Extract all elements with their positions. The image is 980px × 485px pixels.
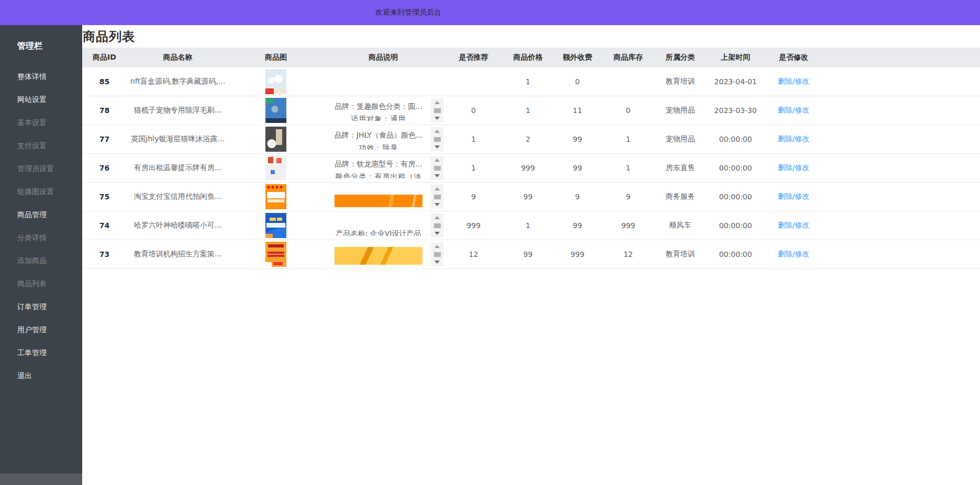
sidebar-item-3[interactable]: 支付设置 xyxy=(0,134,82,157)
column-header: 商品库存 xyxy=(603,53,654,62)
description-scrollbar[interactable] xyxy=(431,127,443,151)
price-value: 999 xyxy=(504,164,552,172)
product-thumbnail[interactable] xyxy=(265,69,286,94)
recommend-value: 1 xyxy=(443,135,504,143)
listing-time: 2023-04-01 xyxy=(707,77,764,86)
sidebar-item-2[interactable]: 基本设置 xyxy=(0,111,82,134)
product-table: 商品ID商品名称商品图商品说明是否推荐商品价格额外收费商品库存所属分类上架时间是… xyxy=(82,48,980,269)
product-thumbnail[interactable] xyxy=(265,127,286,152)
stock-value: 9 xyxy=(603,193,654,201)
listing-time: 00:00:00 xyxy=(707,221,764,230)
category-value: 教育培训 xyxy=(654,77,707,86)
column-header: 商品名称 xyxy=(127,53,229,62)
product-thumbnail[interactable] xyxy=(265,213,286,238)
extra-fee-value: 11 xyxy=(552,106,603,115)
extra-fee-value: 99 xyxy=(552,164,603,172)
scroll-down-icon[interactable] xyxy=(435,174,440,177)
scroll-down-icon[interactable] xyxy=(435,117,440,120)
price-value: 99 xyxy=(504,193,552,201)
sidebar-item-1[interactable]: 网站设置 xyxy=(0,88,82,111)
listing-time: 00:00:00 xyxy=(707,164,764,172)
welcome-text: 欢迎来到管理员后台 xyxy=(375,8,441,17)
delete-modify-link[interactable]: 删除/修改 xyxy=(778,106,810,114)
table-row: 73 教育培训机构招生方案策... 12 99 999 12 教育培训 00:0… xyxy=(82,240,980,269)
product-id: 77 xyxy=(82,135,127,143)
column-header: 是否推荐 xyxy=(443,53,504,62)
delete-modify-link[interactable]: 删除/修改 xyxy=(778,221,810,229)
scroll-up-icon[interactable] xyxy=(435,187,440,190)
sidebar-item-11[interactable]: 用户管理 xyxy=(0,319,82,342)
product-thumbnail[interactable] xyxy=(265,184,286,209)
product-id: 74 xyxy=(82,221,127,230)
scroll-down-icon[interactable] xyxy=(435,232,440,235)
description-text xyxy=(326,71,443,92)
scroll-thumb[interactable] xyxy=(434,195,441,199)
stock-value: 1 xyxy=(603,135,654,143)
sidebar-item-10[interactable]: 订单管理 xyxy=(0,296,82,319)
description-scrollbar[interactable] xyxy=(431,98,443,122)
sidebar-item-7[interactable]: 分类详情 xyxy=(0,227,82,250)
column-header: 商品价格 xyxy=(504,53,552,62)
table-row: 74 哈罗六叶神哈喽嘀嗒小可... 产品名称: 企业VI设计产品 999 1 9… xyxy=(82,211,980,240)
scroll-up-icon[interactable] xyxy=(435,159,440,162)
description-scrollbar[interactable] xyxy=(431,156,443,180)
scroll-down-icon[interactable] xyxy=(435,145,440,149)
extra-fee-value: 0 xyxy=(552,77,603,86)
recommend-value: 12 xyxy=(443,250,504,258)
action-cell: 删除/修改 xyxy=(764,77,823,86)
product-description: 产品名称: 企业VI设计产品 xyxy=(323,213,443,238)
sidebar-item-6[interactable]: 商品管理 xyxy=(0,204,82,227)
scroll-thumb[interactable] xyxy=(434,108,441,113)
scroll-up-icon[interactable] xyxy=(435,101,440,104)
description-scrollbar[interactable] xyxy=(431,213,443,238)
delete-modify-link[interactable]: 删除/修改 xyxy=(778,77,810,85)
sidebar-item-8[interactable]: 添加商品 xyxy=(0,250,82,273)
scroll-up-icon[interactable] xyxy=(435,130,440,133)
description-scrollbar[interactable] xyxy=(431,185,443,209)
product-description: 品牌：笼趣颜色分类：圆...适用对象：通用 xyxy=(323,98,443,122)
sidebar-item-4[interactable]: 管理员设置 xyxy=(0,157,82,181)
scroll-down-icon[interactable] xyxy=(435,261,440,264)
scroll-thumb[interactable] xyxy=(434,252,441,257)
table-row: 78 猫梳子宠物专用除浮毛刷... 品牌：笼趣颜色分类：圆...适用对象：通用 … xyxy=(82,96,980,125)
sidebar-item-13[interactable]: 退出 xyxy=(0,365,82,388)
stock-value: 999 xyxy=(603,221,654,230)
product-name: 教育培训机构招生方案策... xyxy=(127,250,229,259)
price-value: 1 xyxy=(504,77,552,86)
product-description xyxy=(323,242,443,266)
product-thumbnail[interactable] xyxy=(265,98,286,123)
product-image-cell xyxy=(229,155,323,181)
product-name: 有房出租温馨提示牌有房... xyxy=(127,163,229,173)
sidebar-item-0[interactable]: 整体详情 xyxy=(0,65,82,88)
product-thumbnail[interactable] xyxy=(265,155,286,181)
table-row: 75 淘宝支付宝信用代拍闲鱼... 9 99 9 9 商务服务 00:00:00… xyxy=(82,183,980,211)
description-image xyxy=(335,247,422,265)
product-thumbnail[interactable] xyxy=(265,242,286,267)
action-cell: 删除/修改 xyxy=(764,106,823,115)
scroll-down-icon[interactable] xyxy=(435,203,440,206)
sidebar-item-5[interactable]: 轮播图设置 xyxy=(0,181,82,204)
sidebar-item-9[interactable]: 商品列表 xyxy=(0,273,82,296)
listing-time: 00:00:00 xyxy=(707,250,764,258)
delete-modify-link[interactable]: 删除/修改 xyxy=(778,250,810,258)
product-image-cell xyxy=(229,184,323,209)
delete-modify-link[interactable]: 删除/修改 xyxy=(778,192,810,200)
sidebar: 管理栏 整体详情网站设置基本设置支付设置管理员设置轮播图设置商品管理分类详情添加… xyxy=(0,25,82,473)
description-scrollbar[interactable] xyxy=(431,242,443,266)
product-description xyxy=(323,71,443,92)
category-value: 商务服务 xyxy=(654,192,707,201)
sidebar-title: 管理栏 xyxy=(0,25,82,52)
price-value: 99 xyxy=(504,250,552,258)
sidebar-item-12[interactable]: 工单管理 xyxy=(0,342,82,365)
scroll-thumb[interactable] xyxy=(434,137,441,142)
scroll-up-icon[interactable] xyxy=(435,216,440,219)
table-header-row: 商品ID商品名称商品图商品说明是否推荐商品价格额外收费商品库存所属分类上架时间是… xyxy=(82,48,980,67)
scroll-thumb[interactable] xyxy=(434,166,441,171)
scroll-thumb[interactable] xyxy=(434,223,441,228)
delete-modify-link[interactable]: 删除/修改 xyxy=(778,163,810,172)
scroll-up-icon[interactable] xyxy=(435,245,440,248)
main-content: 商品列表 商品ID商品名称商品图商品说明是否推荐商品价格额外收费商品库存所属分类… xyxy=(82,25,980,485)
delete-modify-link[interactable]: 删除/修改 xyxy=(778,134,810,143)
price-value: 2 xyxy=(504,135,552,143)
product-image-cell xyxy=(229,213,323,238)
